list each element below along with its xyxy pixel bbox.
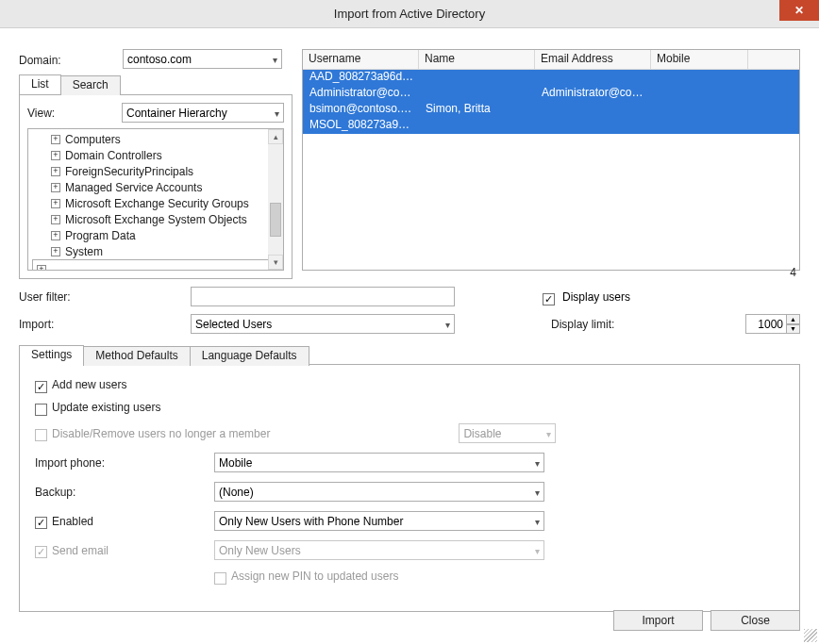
add-new-users-text: Add new users xyxy=(52,378,126,391)
domain-combo[interactable]: contoso.com xyxy=(123,49,282,69)
result-count: 4 xyxy=(790,266,796,279)
display-users-checkbox[interactable] xyxy=(543,293,555,305)
import-phone-select[interactable]: Mobile xyxy=(214,453,544,472)
expand-icon[interactable]: + xyxy=(51,135,60,144)
grid-body: AAD_808273a96d74 Administrator@contos...… xyxy=(303,70,799,134)
table-row[interactable]: bsimon@contoso.com Simon, Britta xyxy=(303,102,799,118)
enabled-label[interactable]: Enabled xyxy=(35,515,214,528)
assign-pin-row: Assign new PIN to updated users xyxy=(35,570,784,583)
cell-mobile xyxy=(652,118,749,134)
user-filter-input[interactable] xyxy=(191,287,455,306)
view-combo[interactable]: Container Hierarchy xyxy=(122,103,284,123)
import-mode-value: Selected Users xyxy=(195,318,272,331)
list-panel: View: Container Hierarchy +Computers +Do… xyxy=(19,94,292,279)
scroll-track[interactable] xyxy=(268,144,283,255)
settings-panel: Add new users Update existing users Disa… xyxy=(19,364,800,612)
backup-value: (None) xyxy=(219,486,254,499)
table-row[interactable]: MSOL_808273a96d74 xyxy=(303,118,799,134)
chevron-down-icon xyxy=(535,456,540,470)
tree-item-system[interactable]: +System xyxy=(32,243,264,259)
scroll-up-icon[interactable]: ▴ xyxy=(268,129,283,144)
chevron-down-icon xyxy=(273,53,277,66)
tree-item-foreign-security-principals[interactable]: +ForeignSecurityPrincipals xyxy=(32,163,264,179)
add-new-users-checkbox[interactable] xyxy=(35,381,47,393)
import-mode-select[interactable]: Selected Users xyxy=(191,314,455,334)
expand-icon[interactable]: + xyxy=(37,265,46,271)
chevron-down-icon xyxy=(535,486,540,499)
display-limit-input[interactable] xyxy=(745,314,787,334)
chevron-down-icon xyxy=(275,107,279,120)
chevron-down-icon xyxy=(546,427,551,440)
disable-remove-row: Disable/Remove users no longer a member … xyxy=(35,423,784,443)
spin-down-icon[interactable]: ▼ xyxy=(787,324,800,335)
send-email-select: Only New Users xyxy=(214,540,544,560)
tree-viewport[interactable]: +Computers +Domain Controllers +ForeignS… xyxy=(28,129,268,270)
cell-name xyxy=(420,70,536,86)
enabled-row: Enabled Only New Users with Phone Number xyxy=(35,511,784,531)
display-limit-label: Display limit: xyxy=(551,318,619,331)
cell-name xyxy=(420,118,536,134)
resize-grip-icon[interactable] xyxy=(804,629,817,642)
import-button[interactable]: Import xyxy=(613,610,703,631)
window-close-button[interactable]: ✕ xyxy=(779,0,819,21)
table-row[interactable]: Administrator@contos... Administrator@co… xyxy=(303,86,799,102)
cell-username: bsimon@contoso.com xyxy=(304,102,420,118)
tree-item-ms-exchange-system-objects[interactable]: +Microsoft Exchange System Objects xyxy=(32,211,264,227)
expand-icon[interactable]: + xyxy=(51,183,60,192)
tree-item-managed-service-accounts[interactable]: +Managed Service Accounts xyxy=(32,179,264,195)
chevron-down-icon xyxy=(535,515,540,528)
backup-select[interactable]: (None) xyxy=(214,482,544,502)
display-limit-spinner[interactable]: ▲ ▼ xyxy=(745,314,800,334)
update-existing-checkbox[interactable] xyxy=(35,404,47,416)
grid-header: Username Name Email Address Mobile xyxy=(303,50,799,70)
close-button[interactable]: Close xyxy=(710,610,800,631)
expand-icon[interactable]: + xyxy=(51,199,60,208)
tree-item-computers[interactable]: +Computers xyxy=(32,131,264,147)
view-value: Container Hierarchy xyxy=(126,107,227,120)
tree-item-ms-exchange-security-groups[interactable]: +Microsoft Exchange Security Groups xyxy=(32,195,264,211)
tree-item-domain-controllers[interactable]: +Domain Controllers xyxy=(32,147,264,163)
tree-item-users[interactable]: +Users xyxy=(32,259,268,270)
display-users-label[interactable]: Display users xyxy=(543,290,630,304)
expand-icon[interactable]: + xyxy=(51,215,60,224)
send-email-text: Send email xyxy=(52,544,109,557)
update-existing-text: Update existing users xyxy=(52,401,160,414)
cell-username: AAD_808273a96d74 xyxy=(304,70,420,86)
send-email-row: Send email Only New Users xyxy=(35,540,784,560)
cell-email xyxy=(536,102,652,118)
chevron-down-icon xyxy=(535,544,540,557)
tree-item-program-data[interactable]: +Program Data xyxy=(32,227,264,243)
col-username[interactable]: Username xyxy=(303,50,419,70)
assign-pin-checkbox xyxy=(214,572,226,585)
tree-scrollbar[interactable]: ▴ ▾ xyxy=(268,129,283,270)
title-bar: Import from Active Directory ✕ xyxy=(0,0,819,28)
spin-up-icon[interactable]: ▲ xyxy=(787,314,800,324)
cell-mobile xyxy=(652,86,749,102)
upper-pane: Domain: contoso.com List Search View: Co… xyxy=(19,49,800,279)
enabled-select[interactable]: Only New Users with Phone Number xyxy=(214,511,544,531)
assign-pin-text: Assign new PIN to updated users xyxy=(231,570,398,583)
disable-remove-text: Disable/Remove users no longer a member xyxy=(52,427,270,440)
close-icon: ✕ xyxy=(794,4,804,17)
tab-language-defaults[interactable]: Language Defaults xyxy=(190,346,309,366)
tab-search[interactable]: Search xyxy=(60,75,121,95)
expand-icon[interactable]: + xyxy=(51,151,60,160)
expand-icon[interactable]: + xyxy=(51,167,60,176)
cell-email: Administrator@contos... xyxy=(536,86,652,102)
col-email[interactable]: Email Address xyxy=(535,50,651,70)
users-grid[interactable]: Username Name Email Address Mobile AAD_8… xyxy=(302,49,800,271)
add-new-users-label[interactable]: Add new users xyxy=(35,378,214,391)
enabled-checkbox[interactable] xyxy=(35,517,47,529)
tab-list[interactable]: List xyxy=(19,74,61,94)
expand-icon[interactable]: + xyxy=(51,231,60,240)
scroll-down-icon[interactable]: ▾ xyxy=(268,255,283,270)
footer-buttons: Import Close xyxy=(613,610,800,631)
table-row[interactable]: AAD_808273a96d74 xyxy=(303,70,799,86)
expand-icon[interactable]: + xyxy=(51,247,60,256)
tab-method-defaults[interactable]: Method Defaults xyxy=(83,346,190,366)
col-mobile[interactable]: Mobile xyxy=(651,50,748,70)
scroll-thumb[interactable] xyxy=(270,203,281,237)
tab-settings[interactable]: Settings xyxy=(19,345,84,365)
col-name[interactable]: Name xyxy=(419,50,535,70)
update-existing-label[interactable]: Update existing users xyxy=(35,401,214,414)
